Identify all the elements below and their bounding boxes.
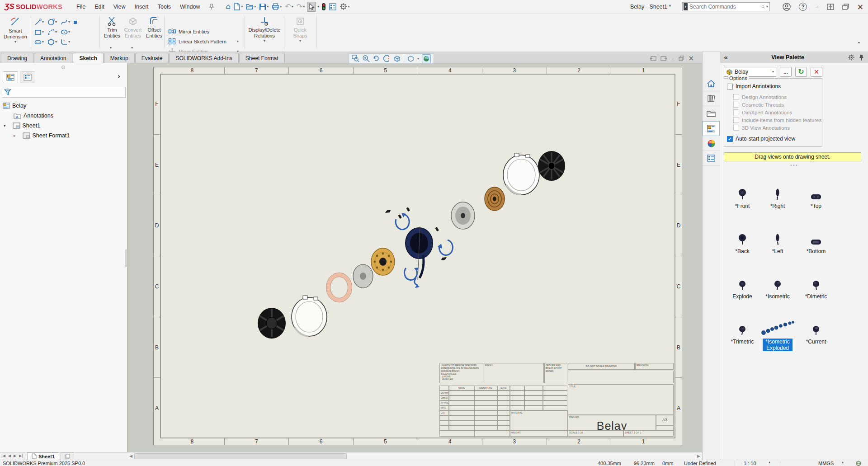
minimize-button[interactable]: – [815, 4, 819, 10]
offset-entities-button[interactable]: Offset Entities [144, 16, 165, 38]
previous-view-icon[interactable] [373, 55, 380, 62]
menu-file[interactable]: File [72, 1, 90, 12]
open-button[interactable]: ▾ [245, 2, 257, 11]
polygon-tool[interactable]: ▾ [47, 37, 57, 47]
home-tab-button[interactable] [703, 76, 720, 91]
add-sheet-button[interactable] [61, 452, 74, 460]
view-top[interactable]: *Top [797, 181, 835, 209]
graphics-area[interactable]: 87654321 87654321 FEDCBA FEDCBA UNLESS O… [127, 63, 702, 460]
edit-appearance-button[interactable] [422, 54, 431, 63]
linear-sketch-pattern-button[interactable]: Linear Sketch Pattern [168, 38, 226, 45]
view-palette-tab-button[interactable] [703, 121, 720, 136]
exploded-assembly-view[interactable] [154, 67, 683, 446]
previous-window-icon[interactable] [650, 56, 656, 61]
smart-dimension-button[interactable]: Smart Dimension ▾ [1, 16, 30, 44]
units-dropdown-caret[interactable]: ▴ [842, 461, 844, 464]
search-scope-caret[interactable]: ▾ [766, 5, 768, 9]
palette-splitter-dots[interactable]: ••• [720, 164, 868, 167]
menu-window[interactable]: Window [176, 1, 204, 12]
mirror-entities-button[interactable]: Mirror Entities [168, 28, 209, 35]
ribbon-collapse-chevron[interactable]: ˆ [857, 42, 861, 49]
scale-dropdown-caret[interactable]: ▴ [769, 461, 770, 464]
graphics-h-scrollbar[interactable]: ◀ ▶ [127, 452, 702, 460]
child-minimize-button[interactable]: – [671, 56, 675, 61]
tree-item-annotations[interactable]: A Annotations [14, 111, 53, 120]
arc-tool[interactable]: ▾ [47, 27, 57, 37]
zoom-to-area-icon[interactable] [362, 55, 370, 62]
hidden-features-checkbox[interactable]: Include items from hidden features [733, 117, 821, 123]
new-document-button[interactable]: ▾ [233, 2, 244, 11]
drawing-sheet[interactable]: 87654321 87654321 FEDCBA FEDCBA UNLESS O… [153, 67, 682, 445]
rectangle-tool[interactable]: ▾ [34, 27, 44, 37]
tab-sketch[interactable]: Sketch [73, 53, 103, 63]
options-gear-button[interactable]: ▾ [339, 2, 350, 11]
view-front[interactable]: *Front [723, 181, 761, 209]
sketch-point-tool[interactable] [74, 21, 77, 24]
search-icon[interactable] [761, 4, 765, 10]
view-explode[interactable]: Explode [723, 272, 761, 300]
tree-item-sheet-format1[interactable]: ▸ Sheet Format1 [14, 131, 70, 140]
tab-drawing[interactable]: Drawing [1, 53, 33, 63]
sheet-tab-sheet1[interactable]: Sheet1 [27, 452, 59, 460]
tree-item-sheet1[interactable]: ▾ Sheet1 [4, 121, 40, 130]
search-commands-box[interactable]: › ▾ [682, 2, 770, 11]
hide-show-items-caret[interactable]: ▾ [417, 57, 419, 61]
feature-tree-tab[interactable] [3, 71, 18, 83]
3d-view-annotations-checkbox[interactable]: 3D View Annotations [733, 125, 790, 131]
menu-insert[interactable]: Insert [131, 1, 153, 12]
view-back[interactable]: *Back [723, 226, 761, 254]
home-button[interactable]: ⌂ [225, 2, 231, 11]
prev-sheet-button[interactable]: ◀ [7, 454, 12, 458]
status-units[interactable]: MMGS [818, 461, 834, 466]
custom-properties-tab-button[interactable] [703, 151, 720, 166]
dimxpert-annotations-checkbox[interactable]: DimXpert Annotations [733, 109, 792, 115]
file-explorer-tab-button[interactable] [703, 106, 720, 121]
section-view-icon[interactable] [383, 55, 391, 62]
quick-snaps-button[interactable]: Quick Snaps ▾ [287, 16, 314, 43]
cosmetic-threads-checkbox[interactable]: Cosmetic Threads [733, 102, 784, 108]
tab-sheet-format[interactable]: Sheet Format [239, 53, 285, 63]
menu-edit[interactable]: Edit [90, 1, 108, 12]
print-button[interactable]: ▾ [271, 2, 283, 11]
view-trimetric[interactable]: *Trimetric [723, 317, 761, 345]
view-left[interactable]: *Left [759, 226, 797, 254]
collapse-caret-icon[interactable]: ▸ [14, 134, 16, 138]
first-sheet-button[interactable]: |◀ [0, 454, 7, 458]
undo-button[interactable]: ↶▾ [284, 2, 294, 11]
split-panes-button[interactable] [827, 4, 834, 10]
options-list-button[interactable] [328, 2, 337, 11]
redo-button[interactable]: ↷▾ [296, 2, 306, 11]
browse-document-button[interactable]: ... [780, 67, 792, 77]
import-annotations-checkbox[interactable]: Import Annotations [727, 83, 781, 89]
save-button[interactable]: ▾ [258, 2, 269, 11]
convert-entities-button[interactable]: Convert Entities [123, 16, 143, 38]
view-dimetric[interactable]: *Dimetric [797, 272, 835, 300]
search-input[interactable] [688, 4, 761, 10]
design-annotations-checkbox[interactable]: Design Annotations [733, 94, 787, 100]
close-window-button[interactable]: × [857, 3, 863, 11]
status-sheet-scale[interactable]: 1 : 10 [744, 461, 756, 466]
menu-pin-icon[interactable] [205, 1, 218, 12]
child-restore-button[interactable] [679, 56, 684, 61]
panel-collapse-dot[interactable] [61, 66, 65, 69]
view-right[interactable]: *Right [759, 181, 797, 209]
display-style-icon[interactable] [407, 55, 415, 62]
slot-tool[interactable]: ▾ [34, 37, 44, 47]
tab-annotation[interactable]: Annotation [34, 53, 72, 63]
tree-item-belay-root[interactable]: Belay [3, 101, 26, 110]
spline-tool[interactable]: ▾ [61, 17, 70, 27]
view-bottom[interactable]: *Bottom [797, 226, 835, 254]
view-isometric[interactable]: *Isometric [759, 272, 797, 300]
tags-globe-icon[interactable] [856, 461, 862, 466]
refresh-palette-button[interactable]: ↻ [795, 67, 807, 77]
child-close-button[interactable]: × [689, 55, 694, 62]
appearances-tab-button[interactable] [703, 136, 720, 151]
display-delete-relations-button[interactable]: Display/Delete Relations ▾ [248, 16, 281, 43]
auto-start-projected-view-checkbox[interactable]: ✓Auto-start projected view [727, 136, 795, 142]
menu-tools[interactable]: Tools [154, 1, 175, 12]
design-library-tab-button[interactable] [703, 91, 720, 106]
select-tool-button[interactable] [307, 2, 316, 12]
scroll-left-arrow[interactable]: ◀ [127, 454, 134, 458]
circle-tool[interactable]: ▾ [47, 17, 57, 27]
panel-expand-arrow[interactable]: › [118, 73, 120, 80]
